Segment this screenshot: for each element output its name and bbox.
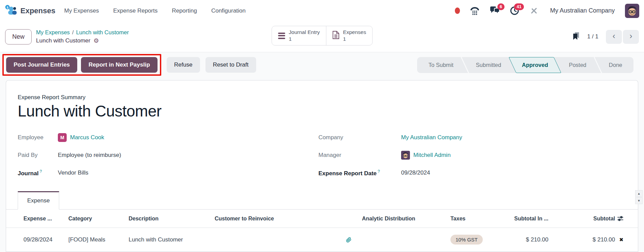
pager-next-button[interactable]	[623, 30, 639, 44]
activities-badge: 41	[514, 3, 524, 10]
delete-line-icon[interactable]	[615, 237, 624, 242]
cell-category: [FOOD] Meals	[68, 236, 129, 243]
help-icon: ?	[39, 169, 42, 174]
paperclip-icon[interactable]	[346, 237, 362, 243]
cell-subtotal: $ 210.00	[548, 236, 615, 243]
header-category[interactable]: Category	[68, 216, 129, 222]
company-link[interactable]: My Australian Company	[401, 134, 462, 141]
pager-counter: 1 / 1	[587, 33, 598, 40]
status-done[interactable]: Done	[598, 57, 633, 73]
action-bar: Post Journal Entries Report in Next Pays…	[0, 52, 644, 77]
stat-count: 1	[343, 36, 366, 42]
pager-previous-button[interactable]	[606, 30, 622, 44]
control-panel: New My Expenses/Lunch with Customer Lunc…	[0, 21, 644, 52]
employee-link[interactable]: Marcus Cook	[70, 134, 104, 141]
help-icon: ?	[378, 169, 380, 174]
expense-table-header: Expense ... Category Description Custome…	[6, 210, 638, 228]
gear-icon[interactable]: ⚙	[94, 38, 99, 44]
status-pipeline: To Submit Submitted Approved Posted Done	[417, 57, 633, 73]
menu-expense-reports[interactable]: Expense Reports	[113, 7, 158, 14]
field-paid-by: Paid By Employee (to reimburse)	[18, 146, 318, 164]
header-expense-date[interactable]: Expense ...	[23, 216, 68, 222]
journal-entry-stat-button[interactable]: Journal Entry 1	[272, 26, 326, 45]
record-indicator-dot	[455, 7, 460, 14]
tools-icon[interactable]	[529, 6, 539, 15]
menu-reporting[interactable]: Reporting	[172, 7, 197, 14]
annotation-highlight-box: Post Journal Entries Report in Next Pays…	[2, 54, 161, 76]
cell-description: Lunch with Customer	[129, 236, 215, 243]
field-label: Manager	[318, 152, 401, 159]
cell-expense-date: 09/28/2024	[23, 236, 68, 243]
expenses-app-icon: $	[5, 5, 17, 17]
company-switcher[interactable]: My Australian Company	[550, 7, 615, 14]
header-analytic-distribution[interactable]: Analytic Distribution	[362, 216, 450, 222]
messages-icon[interactable]: 6	[490, 6, 500, 15]
field-label: Company	[318, 134, 401, 141]
messages-badge: 6	[497, 3, 505, 10]
expense-report-title[interactable]: Lunch with Customer	[18, 102, 625, 120]
breadcrumb-parent-link[interactable]: My Expenses	[36, 29, 70, 35]
activities-clock-icon[interactable]: 41	[510, 6, 519, 15]
field-label: Paid By	[18, 152, 58, 159]
mini-scrollbar	[635, 190, 643, 204]
document-icon	[332, 31, 339, 40]
field-company: Company My Australian Company	[318, 129, 625, 146]
employee-avatar: M	[58, 133, 67, 142]
report-in-next-payslip-button[interactable]: Report in Next Payslip	[81, 57, 157, 73]
scroll-up-button[interactable]	[635, 190, 643, 197]
manager-avatar	[401, 151, 410, 160]
header-description[interactable]: Description	[129, 216, 215, 222]
field-label: Employee	[18, 134, 58, 141]
status-submitted[interactable]: Submitted	[465, 57, 512, 73]
status-approved[interactable]: Approved	[509, 57, 561, 73]
expense-line-row[interactable]: 09/28/2024 [FOOD] Meals Lunch with Custo…	[6, 228, 638, 252]
app-switcher[interactable]: $ Expenses	[5, 5, 55, 17]
app-name: Expenses	[20, 6, 55, 15]
journal-value[interactable]: Vendor Bills	[58, 169, 88, 176]
stat-label: Journal Entry	[289, 29, 320, 36]
field-grid: Employee M Marcus Cook Paid By Employee …	[18, 129, 625, 182]
breadcrumb-current: Lunch with Customer	[76, 29, 129, 35]
bookmark-icon[interactable]	[572, 32, 580, 42]
summary-label: Expense Report Summary	[18, 94, 625, 101]
breadcrumb-separator: /	[70, 29, 76, 35]
stat-label: Expenses	[343, 29, 366, 36]
record-title: Lunch with Customer	[36, 37, 90, 44]
expense-report-date-value[interactable]: 09/28/2024	[401, 169, 430, 176]
new-button[interactable]: New	[5, 29, 32, 44]
field-label: Expense Report Date?	[318, 169, 401, 177]
menu-my-expenses[interactable]: My Expenses	[64, 7, 99, 14]
status-posted[interactable]: Posted	[558, 57, 597, 73]
stat-count: 1	[289, 36, 320, 42]
tax-tag: 10% GST	[450, 235, 483, 245]
cell-taxes: 10% GST	[450, 235, 494, 245]
field-expense-report-date: Expense Report Date? 09/28/2024	[318, 164, 625, 182]
header-subtotal[interactable]: Subtotal	[548, 216, 615, 222]
user-avatar[interactable]	[625, 4, 639, 18]
breadcrumb: My Expenses/Lunch with Customer Lunch wi…	[36, 29, 129, 44]
status-to-submit[interactable]: To Submit	[417, 57, 464, 73]
field-journal: Journal? Vendor Bills	[18, 164, 318, 182]
field-manager: Manager Mitchell Admin	[318, 146, 625, 164]
right-field-column: Company My Australian Company Manager	[318, 129, 625, 182]
cell-subtotal-in: $ 210.00	[494, 236, 548, 243]
paid-by-value[interactable]: Employee (to reimburse)	[58, 152, 121, 159]
refuse-button[interactable]: Refuse	[167, 57, 200, 73]
scroll-down-button[interactable]	[635, 197, 643, 204]
tab-expense[interactable]: Expense	[18, 191, 59, 210]
manager-link[interactable]: Mitchell Admin	[413, 152, 451, 159]
header-subtotal-in[interactable]: Subtotal In ...	[494, 216, 548, 222]
menu-configuration[interactable]: Configuration	[211, 7, 246, 14]
field-employee: Employee M Marcus Cook	[18, 129, 318, 146]
adjust-columns-icon[interactable]	[615, 216, 634, 221]
voip-phone-icon[interactable]	[470, 6, 479, 15]
header-customer-to-reinvoice[interactable]: Customer to Reinvoice	[215, 216, 346, 222]
reset-to-draft-button[interactable]: Reset to Draft	[205, 57, 256, 73]
expenses-stat-button[interactable]: Expenses 1	[326, 26, 372, 45]
stat-button-group: Journal Entry 1 Expenses 1	[271, 26, 373, 46]
post-journal-entries-button[interactable]: Post Journal Entries	[6, 57, 77, 73]
svg-text:$: $	[6, 6, 8, 9]
top-navbar: $ Expenses My Expenses Expense Reports R…	[0, 0, 644, 21]
form-sheet: Expense Report Summary Lunch with Custom…	[6, 80, 638, 252]
header-taxes[interactable]: Taxes	[450, 216, 494, 222]
